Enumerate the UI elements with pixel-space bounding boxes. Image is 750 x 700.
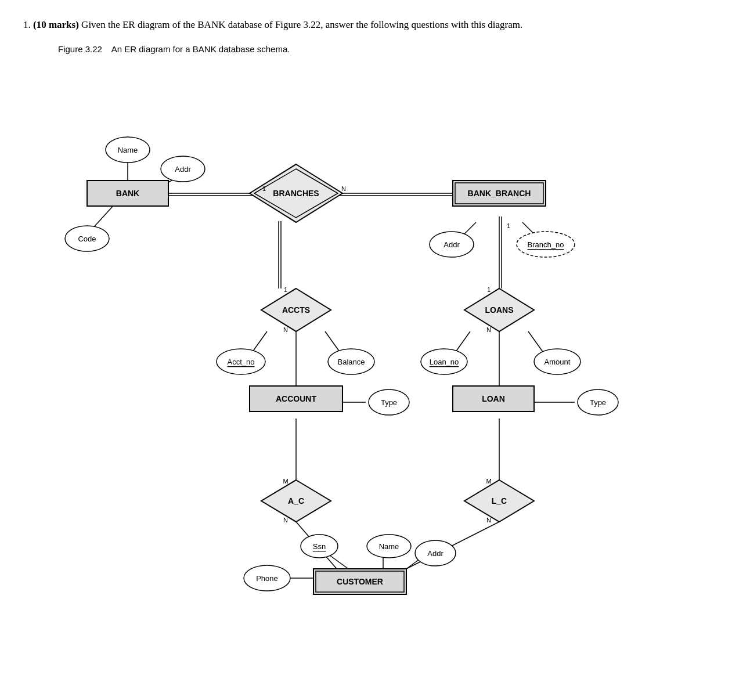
- ac-bottom-card: N: [283, 517, 288, 524]
- bankbranch-loans-card: 1: [507, 222, 510, 229]
- account-label: ACCOUNT: [276, 394, 316, 403]
- bank-branch-label: BANK_BRANCH: [468, 189, 531, 198]
- branches-bank-card: 1: [262, 185, 266, 192]
- amount-label: Amount: [545, 357, 571, 366]
- question-marks: (10 marks): [33, 19, 79, 30]
- figure-caption: Figure 3.22 An ER diagram for a BANK dat…: [58, 44, 727, 54]
- accts-label: ACCTS: [282, 305, 310, 315]
- lc-label: L_C: [492, 496, 507, 506]
- account-type-label: Type: [381, 398, 397, 406]
- loan-no-label: Loan_no: [430, 357, 459, 366]
- branches-bankbranch-card: N: [341, 185, 346, 192]
- loans-bottom-card: N: [486, 326, 491, 333]
- accts-top-card: 1: [284, 286, 287, 293]
- er-diagram: BANK BANK_BRANCH ACCOUNT LOAN CUSTOMER B…: [35, 60, 731, 611]
- question-text: 1. (10 marks) Given the ER diagram of th…: [23, 17, 727, 33]
- question-body: Given the ER diagram of the BANK databas…: [81, 19, 522, 30]
- branches-label: BRANCHES: [273, 189, 319, 198]
- phone-label: Phone: [256, 573, 278, 582]
- customer-label: CUSTOMER: [337, 577, 383, 586]
- loans-label: LOANS: [485, 305, 514, 315]
- ssn-label: Ssn: [313, 542, 326, 550]
- lc-bottom-card: N: [486, 517, 491, 524]
- loans-top-card: 1: [487, 286, 491, 293]
- name-customer-label: Name: [379, 542, 399, 550]
- addr-branch-label: Addr: [443, 240, 460, 248]
- addr-customer-label: Addr: [427, 549, 443, 557]
- balance-label: Balance: [338, 357, 365, 366]
- ac-top-card: M: [283, 478, 288, 485]
- loan-label: LOAN: [482, 394, 505, 403]
- name-bank-label: Name: [118, 145, 138, 154]
- code-label: Code: [78, 234, 96, 243]
- ac-label: A_C: [288, 496, 304, 506]
- loan-type-label: Type: [590, 398, 606, 406]
- lc-top-card: M: [486, 478, 491, 485]
- question-number: 1.: [23, 19, 31, 30]
- accts-bottom-card: N: [283, 326, 288, 333]
- acct-no-label: Acct_no: [228, 357, 255, 366]
- branch-no-label: Branch_no: [528, 240, 564, 248]
- addr-bank-label: Addr: [175, 164, 191, 173]
- bank-label: BANK: [116, 189, 139, 198]
